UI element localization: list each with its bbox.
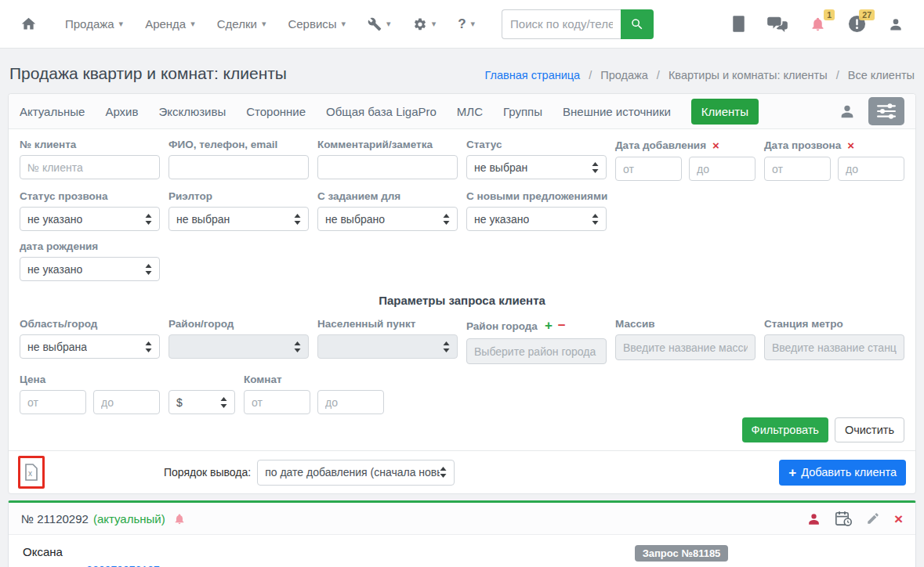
messages-icon[interactable] [767, 16, 788, 33]
order-select[interactable]: по дате добавления (сначала новые) [257, 460, 455, 486]
search-input[interactable] [502, 9, 621, 39]
date-added-label: Дата добавления [615, 139, 706, 151]
order-label: Порядок вывода: [164, 466, 251, 479]
select-stepper-icon [145, 341, 152, 352]
question-icon: ? [458, 16, 466, 32]
menu-arenda[interactable]: Аренда ▾ [145, 17, 195, 31]
tab-vneshnie-istochniki[interactable]: Внешние источники [563, 105, 671, 118]
date-added-clear-icon[interactable]: × [712, 139, 719, 152]
filter-button[interactable]: Фильтровать [742, 417, 828, 442]
with-new-offers-label: С новыми предложениями [466, 190, 607, 202]
menu-sdelki[interactable]: Сделки ▾ [217, 17, 266, 31]
edit-pencil-icon[interactable] [866, 511, 880, 525]
client-status: (актуальный) [93, 512, 165, 525]
select-stepper-icon [440, 467, 447, 478]
city-district-label: Район города [466, 320, 538, 332]
price-from-input[interactable] [20, 390, 86, 414]
date-added-to-input[interactable] [689, 157, 756, 181]
tab-aktualnye[interactable]: Актуальные [20, 105, 85, 118]
massiv-label: Массив [615, 318, 756, 330]
rooms-from-input[interactable] [244, 390, 310, 414]
date-call-label: Дата прозвона [764, 139, 841, 151]
page-header: Продажа квартир и комнат: клиенты Главна… [0, 49, 924, 93]
city-district-remove-icon[interactable]: − [558, 318, 566, 334]
journal-icon[interactable] [732, 16, 745, 32]
client-no-label: № клиента [20, 139, 160, 150]
export-excel-button[interactable]: x [18, 456, 45, 489]
delete-client-icon[interactable]: × [894, 511, 903, 526]
realtor-value: не выбран [176, 213, 230, 226]
breadcrumb-item: Квартиры и комнаты: клиенты [669, 69, 828, 81]
filters-form: № клиента ФИО, телефон, email Комментари… [9, 129, 915, 450]
breadcrumb-home-link[interactable]: Главная страница [484, 69, 580, 81]
currency-select[interactable]: $ [168, 390, 235, 414]
client-number[interactable]: № 21120292 [21, 512, 89, 525]
caret-down-icon: ▾ [386, 20, 391, 28]
client-request-column: Запрос №81185 Область/город: Днепропетро… [462, 545, 901, 567]
region-value: не выбрана [27, 341, 87, 353]
home-icon[interactable] [20, 16, 37, 32]
tab-storonnie[interactable]: Сторонние [246, 105, 306, 118]
call-status-value: не указано [27, 213, 82, 226]
birth-date-value: не указано [27, 263, 82, 276]
menu-tools[interactable]: ▾ [368, 17, 391, 31]
alerts-badge: 27 [859, 9, 875, 20]
region-label: Область/город [20, 318, 160, 330]
tab-arhiv[interactable]: Архив [105, 105, 138, 118]
phone-link[interactable]: +380979073137 [80, 564, 160, 567]
with-task-select[interactable]: не выбрано [317, 207, 458, 231]
realtor-select[interactable]: не выбран [168, 207, 309, 231]
reminder-bell-icon[interactable] [173, 512, 186, 525]
notifications-bell-icon[interactable]: 1 [810, 15, 826, 33]
price-to-input[interactable] [93, 390, 160, 414]
client-no-input[interactable] [20, 155, 160, 179]
caret-down-icon: ▾ [262, 20, 266, 28]
fio-input[interactable] [168, 155, 309, 179]
status-select[interactable]: не выбран [466, 155, 607, 179]
tab-obshchaya-baza[interactable]: Общая база LigaPro [326, 105, 437, 118]
results-toolbar: x Порядок вывода: по дате добавления (сн… [9, 450, 915, 493]
tab-mls[interactable]: МЛС [457, 105, 483, 118]
client-owner-icon[interactable] [806, 511, 821, 526]
page-title: Продажа квартир и комнат: клиенты [9, 64, 287, 83]
filter-settings-button[interactable] [868, 97, 904, 125]
metro-input [764, 334, 904, 360]
with-task-value: не выбрано [325, 213, 385, 226]
with-new-offers-select[interactable]: не указано [466, 207, 607, 231]
tab-clients-button[interactable]: Клиенты [691, 99, 759, 125]
rooms-to-input[interactable] [317, 390, 384, 414]
add-client-button[interactable]: + Добавить клиента [779, 460, 906, 486]
menu-prodazha[interactable]: Продажа ▾ [65, 17, 123, 31]
client-card-body: Оксана Телефон 1: +380979073137 Заметка:… [9, 535, 915, 567]
clear-button[interactable]: Очистить [835, 417, 904, 442]
caret-down-icon: ▾ [471, 20, 476, 28]
status-value: не выбран [474, 161, 527, 174]
comment-input[interactable] [317, 155, 458, 179]
date-call-from-input[interactable] [764, 157, 831, 181]
menu-help[interactable]: ? ▾ [458, 16, 475, 32]
city-district-add-icon[interactable]: + [545, 318, 553, 334]
alerts-icon[interactable]: 27 [848, 15, 866, 33]
date-call-to-input[interactable] [838, 157, 904, 181]
city-district-input [466, 338, 607, 364]
user-icon[interactable] [839, 103, 856, 120]
schedule-call-icon[interactable] [835, 511, 852, 526]
wrench-icon [368, 17, 382, 31]
tab-eksklyuzivy[interactable]: Эксклюзивы [158, 105, 226, 118]
rooms-label: Комнат [244, 374, 384, 385]
date-added-from-input[interactable] [615, 157, 682, 181]
tab-gruppy[interactable]: Группы [503, 105, 542, 118]
call-status-select[interactable]: не указано [20, 207, 160, 231]
search-button[interactable] [621, 9, 654, 39]
menu-settings[interactable]: ▾ [413, 17, 437, 31]
notifications-badge: 1 [824, 9, 835, 20]
date-call-clear-icon[interactable]: × [847, 139, 854, 152]
menu-label: Сделки [217, 17, 257, 31]
metro-label: Станция метро [764, 318, 904, 330]
menu-servisy[interactable]: Сервисы ▾ [288, 17, 346, 31]
birth-date-select[interactable]: не указано [20, 257, 160, 281]
client-card: № 21120292 (актуальный) × Оксана Телефон… [8, 500, 916, 567]
user-profile-icon[interactable] [888, 16, 904, 32]
call-status-label: Статус прозвона [20, 190, 160, 202]
region-select[interactable]: не выбрана [20, 334, 160, 359]
